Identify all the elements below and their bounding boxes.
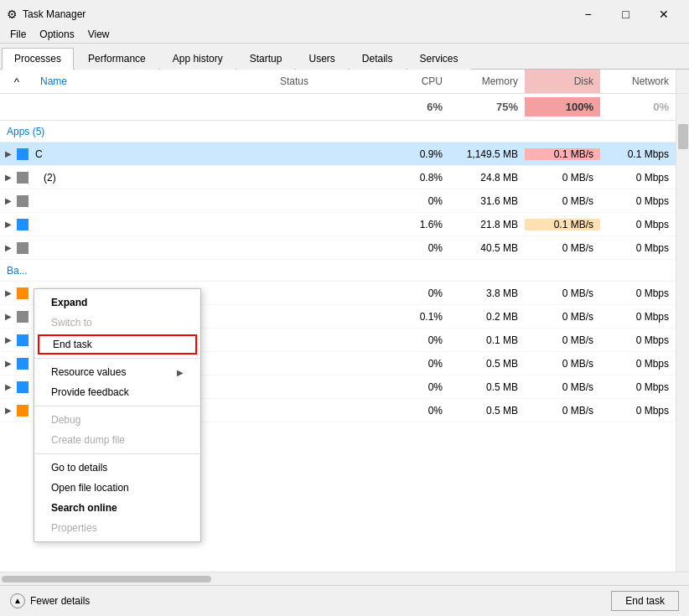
ctx-separator-2 — [34, 406, 200, 406]
row-memory: 0.1 MB — [449, 334, 525, 346]
row-expand-icon[interactable]: ▶ — [0, 382, 17, 391]
col-name-header[interactable]: Name — [34, 70, 273, 93]
row-network: 0 Mbps — [600, 334, 676, 346]
row-icon — [17, 405, 28, 417]
row-network: 0 Mbps — [600, 358, 676, 370]
minimize-button[interactable]: − — [569, 5, 607, 23]
row-disk: 0.1 MB/s — [525, 219, 600, 230]
row-icon — [17, 219, 28, 230]
row-icon — [17, 358, 28, 370]
row-memory: 0.5 MB — [449, 405, 525, 417]
row-cpu: 0% — [374, 381, 449, 393]
row-disk: 0.1 MB/s — [525, 148, 600, 160]
hscroll-thumb[interactable] — [2, 576, 211, 582]
col-memory-header[interactable]: Memory — [449, 70, 525, 93]
context-menu: Expand Switch to End task Resource value… — [34, 288, 201, 542]
vertical-scrollbar[interactable] — [676, 121, 689, 572]
row-expand-icon[interactable]: ▶ — [0, 288, 17, 298]
row-disk: 0 MB/s — [525, 381, 600, 393]
menu-options[interactable]: Options — [33, 27, 80, 41]
scrollbar-thumb[interactable] — [678, 124, 688, 149]
ctx-search-online[interactable]: Search online — [34, 498, 200, 518]
close-button[interactable]: ✕ — [645, 5, 682, 23]
row-expand-icon[interactable]: ▶ — [0, 406, 17, 415]
table-row[interactable]: ▶ 1.6% 21.8 MB 0.1 MB/s 0 Mbps — [0, 213, 676, 236]
row-disk: 0 MB/s — [525, 405, 600, 417]
ctx-resource-values[interactable]: Resource values ▶ — [34, 362, 200, 382]
row-cpu: 0% — [374, 358, 449, 370]
usage-memory: 75% — [449, 97, 525, 116]
ctx-debug[interactable]: Debug — [34, 410, 200, 430]
ctx-expand[interactable]: Expand — [34, 292, 200, 313]
horizontal-scrollbar[interactable] — [0, 572, 689, 585]
ctx-go-to-details[interactable]: Go to details — [34, 458, 200, 478]
row-expand-icon[interactable]: ▶ — [0, 335, 17, 344]
menu-view[interactable]: View — [81, 27, 117, 41]
tab-processes[interactable]: Processes — [2, 48, 74, 70]
row-memory: 31.6 MB — [449, 195, 525, 207]
row-disk: 0 MB/s — [525, 334, 600, 346]
table-row[interactable]: ▶ 0% 31.6 MB 0 MB/s 0 Mbps — [0, 189, 676, 213]
row-network: 0.1 Mbps — [600, 148, 676, 160]
ctx-provide-feedback[interactable]: Provide feedback — [34, 382, 200, 402]
col-network-header[interactable]: Network — [600, 70, 676, 93]
row-cpu: 0% — [374, 195, 449, 207]
table-row[interactable]: ▶ 0% 40.5 MB 0 MB/s 0 Mbps — [0, 236, 676, 260]
ctx-create-dump[interactable]: Create dump file — [34, 430, 200, 450]
table-body: Apps (5) ▶ C 0.9% 1,149.5 MB 0.1 MB/s 0.… — [0, 121, 676, 572]
row-memory: 24.8 MB — [449, 172, 525, 184]
menu-bar: File Options View — [0, 25, 689, 44]
row-cpu: 0% — [374, 334, 449, 346]
submenu-arrow-icon: ▶ — [177, 368, 184, 377]
row-expand-icon[interactable]: ▶ — [0, 359, 17, 368]
usage-status-area — [273, 104, 374, 111]
row-disk: 0 MB/s — [525, 172, 600, 184]
fewer-details-button[interactable]: ▲ Fewer details — [10, 593, 90, 608]
tab-performance[interactable]: Performance — [75, 48, 158, 70]
row-disk: 0 MB/s — [525, 358, 600, 370]
row-icon — [17, 195, 28, 207]
usage-disk: 100% — [525, 97, 600, 116]
table-row[interactable]: ▶ (2) 0.8% 24.8 MB 0 MB/s 0 Mbps — [0, 166, 676, 189]
row-expand-icon[interactable]: ▶ — [0, 196, 17, 205]
table-row[interactable]: ▶ C 0.9% 1,149.5 MB 0.1 MB/s 0.1 Mbps — [0, 142, 676, 166]
tab-details[interactable]: Details — [350, 48, 406, 70]
row-expand-icon[interactable]: ▶ — [0, 173, 17, 182]
ctx-open-file-location[interactable]: Open file location — [34, 478, 200, 498]
tab-services[interactable]: Services — [407, 48, 471, 70]
tab-users[interactable]: Users — [296, 48, 347, 70]
row-expand-icon[interactable]: ▶ — [0, 243, 17, 252]
maximize-button[interactable]: □ — [607, 5, 645, 23]
ctx-switch-to[interactable]: Switch to — [34, 313, 200, 333]
row-icon — [17, 287, 28, 299]
row-cpu: 0% — [374, 242, 449, 254]
row-memory: 3.8 MB — [449, 287, 525, 299]
sort-button[interactable]: ^ — [0, 70, 34, 93]
row-memory: 21.8 MB — [449, 219, 525, 230]
row-memory: 1,149.5 MB — [449, 148, 525, 160]
row-network: 0 Mbps — [600, 311, 676, 323]
row-expand-icon[interactable]: ▶ — [0, 220, 17, 229]
ctx-properties[interactable]: Properties — [34, 518, 200, 538]
row-icon — [17, 334, 28, 346]
table-container: Apps (5) ▶ C 0.9% 1,149.5 MB 0.1 MB/s 0.… — [0, 121, 689, 572]
row-disk: 0 MB/s — [525, 242, 600, 254]
row-expand-icon[interactable]: ▶ — [0, 149, 17, 158]
row-disk: 0 MB/s — [525, 311, 600, 323]
usage-row: 6% 75% 100% 0% — [0, 94, 689, 121]
tab-startup[interactable]: Startup — [237, 48, 295, 70]
row-icon — [17, 172, 28, 184]
col-disk-header[interactable]: Disk — [525, 70, 600, 93]
menu-file[interactable]: File — [3, 27, 33, 41]
row-cpu: 0.8% — [374, 172, 449, 184]
ctx-separator-1 — [34, 358, 200, 359]
row-icon — [17, 381, 28, 393]
col-cpu-header[interactable]: CPU — [374, 70, 449, 93]
row-network: 0 Mbps — [600, 172, 676, 184]
chevron-up-icon: ▲ — [10, 593, 25, 608]
ctx-end-task[interactable]: End task — [38, 334, 197, 355]
tab-app-history[interactable]: App history — [160, 48, 236, 70]
row-expand-icon[interactable]: ▶ — [0, 312, 17, 321]
end-task-button[interactable]: End task — [611, 591, 679, 611]
col-status-header[interactable]: Status — [273, 70, 374, 93]
